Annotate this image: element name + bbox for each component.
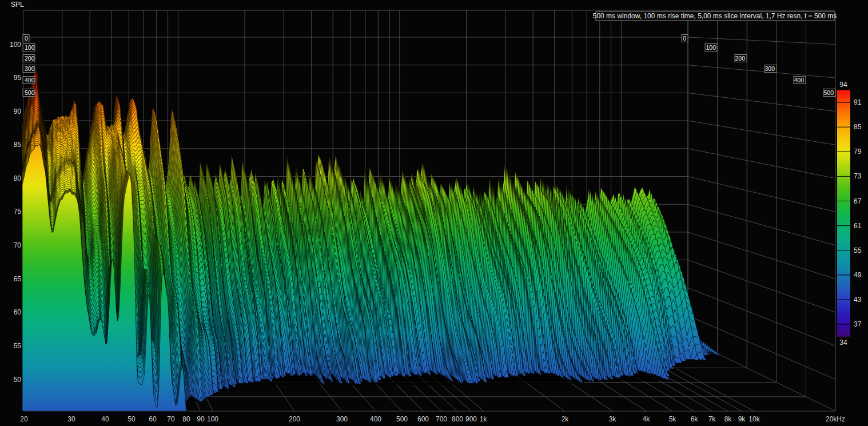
svg-text:73: 73 [854,172,862,180]
svg-text:8k: 8k [724,415,732,423]
svg-text:75: 75 [14,208,22,216]
svg-text:300: 300 [25,65,35,72]
svg-text:55: 55 [854,246,862,254]
svg-text:500: 500 [25,89,35,96]
svg-text:43: 43 [854,296,862,304]
svg-text:200: 200 [25,55,35,62]
svg-text:37: 37 [854,320,862,328]
svg-text:3k: 3k [609,415,617,423]
svg-text:10k: 10k [748,415,760,423]
svg-text:90: 90 [14,108,22,116]
svg-text:55: 55 [14,342,22,350]
svg-text:9k: 9k [738,415,746,423]
svg-text:85: 85 [854,123,862,131]
svg-text:40: 40 [101,415,109,423]
svg-text:0: 0 [25,35,28,42]
svg-text:94: 94 [839,81,847,89]
svg-text:200: 200 [289,415,300,423]
svg-text:100: 100 [25,44,35,51]
svg-text:90: 90 [197,415,205,423]
svg-text:900: 900 [465,415,477,423]
svg-text:100: 100 [706,44,716,51]
svg-text:1k: 1k [480,415,488,423]
svg-text:20kHz: 20kHz [826,415,845,423]
svg-text:79: 79 [854,148,862,156]
svg-text:700: 700 [436,415,447,423]
svg-text:70: 70 [167,415,175,423]
svg-text:6k: 6k [691,415,699,423]
svg-text:34: 34 [839,339,847,347]
svg-text:80: 80 [182,415,190,423]
svg-text:50: 50 [14,376,22,384]
svg-text:49: 49 [854,271,862,279]
svg-text:2k: 2k [562,415,570,423]
svg-text:0: 0 [683,35,686,42]
svg-text:50: 50 [128,415,136,423]
svg-text:500: 500 [823,89,834,96]
svg-text:91: 91 [854,98,862,106]
svg-text:4k: 4k [643,415,651,423]
svg-text:20: 20 [20,415,28,423]
svg-text:65: 65 [14,275,22,283]
svg-text:200: 200 [735,55,745,62]
svg-text:100: 100 [207,415,218,423]
svg-text:300: 300 [765,65,775,72]
svg-text:600: 600 [417,415,429,423]
svg-text:100: 100 [10,41,21,49]
svg-text:400: 400 [25,77,35,83]
svg-text:70: 70 [14,241,22,249]
svg-text:400: 400 [370,415,381,423]
svg-text:60: 60 [149,415,157,423]
svg-text:500 ms window, 100 ms rise tim: 500 ms window, 100 ms rise time, 5,00 ms… [593,12,837,20]
svg-text:67: 67 [854,197,862,205]
svg-text:7k: 7k [708,415,716,423]
svg-text:5k: 5k [669,415,677,423]
svg-text:60: 60 [14,308,22,316]
svg-text:80: 80 [14,174,22,182]
svg-text:800: 800 [452,415,463,423]
svg-text:61: 61 [854,222,862,230]
svg-text:300: 300 [336,415,348,423]
svg-text:85: 85 [14,141,22,149]
svg-text:SPL: SPL [11,1,24,9]
svg-text:500: 500 [396,415,408,423]
svg-text:30: 30 [67,415,75,423]
svg-text:95: 95 [14,74,22,82]
svg-text:400: 400 [794,77,804,83]
